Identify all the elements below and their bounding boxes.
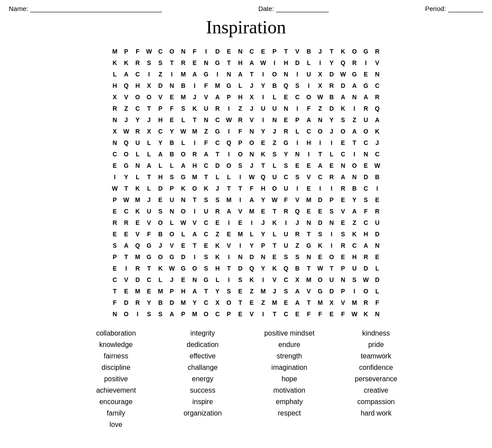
grid-cell: L	[326, 148, 338, 160]
grid-cell: S	[338, 228, 349, 240]
word-list-item: integrity	[162, 329, 244, 338]
grid-cell: A	[166, 308, 178, 320]
grid-cell: F	[132, 46, 144, 57]
grid-cell: A	[212, 91, 223, 103]
grid-cell: I	[303, 148, 315, 160]
grid-cell: S	[292, 80, 303, 91]
grid-cell: V	[338, 206, 349, 217]
grid-cell: G	[201, 274, 212, 285]
grid-cell: Q	[121, 137, 132, 148]
word-list-item: love	[75, 420, 158, 430]
grid-cell: F	[246, 183, 258, 194]
grid-cell: F	[280, 194, 292, 206]
grid-cell: S	[280, 285, 292, 297]
grid-cell: L	[269, 160, 280, 171]
grid-cell: P	[109, 194, 121, 206]
grid-cell: Y	[258, 126, 269, 137]
grid-cell: S	[360, 194, 372, 206]
grid-cell: C	[144, 274, 155, 285]
grid-cell: A	[121, 69, 132, 80]
grid-cell: T	[303, 263, 315, 274]
grid-cell: O	[189, 183, 201, 194]
grid-cell: J	[212, 183, 223, 194]
grid-cell: I	[212, 69, 223, 80]
grid-cell: N	[189, 274, 201, 285]
grid-cell: C	[155, 126, 166, 137]
grid-cell: A	[223, 206, 235, 217]
grid-cell: I	[235, 194, 246, 206]
grid-cell: U	[201, 206, 212, 217]
word-list: collaborationintegritypositive mindsetki…	[75, 329, 417, 430]
grid-cell: C	[201, 217, 212, 228]
grid-cell: B	[326, 91, 338, 103]
grid-cell: R	[132, 297, 144, 308]
grid-cell: E	[189, 57, 201, 69]
grid-cell: Z	[258, 297, 269, 308]
word-list-item: knowledge	[75, 340, 158, 350]
grid-cell: D	[372, 228, 383, 240]
grid-cell: P	[223, 91, 235, 103]
grid-cell: E	[155, 194, 166, 206]
grid-cell: V	[235, 206, 246, 217]
grid-cell: S	[178, 103, 189, 114]
grid-cell: E	[235, 217, 246, 228]
grid-cell: T	[223, 183, 235, 194]
grid-cell: O	[360, 126, 372, 137]
grid-cell: H	[109, 80, 121, 91]
grid-cell: J	[246, 103, 258, 114]
grid-cell: T	[189, 194, 201, 206]
grid-cell: L	[178, 137, 189, 148]
grid-cell: I	[349, 103, 360, 114]
grid-cell: H	[189, 160, 201, 171]
grid-cell: N	[166, 80, 178, 91]
word-list-item: energy	[162, 374, 244, 384]
grid-cell: G	[166, 251, 178, 263]
grid-cell: W	[178, 217, 189, 228]
grid-cell: J	[189, 91, 201, 103]
grid-cell: I	[258, 114, 269, 126]
grid-cell: K	[269, 263, 280, 274]
grid-cell: R	[360, 103, 372, 114]
grid-cell: L	[144, 137, 155, 148]
grid-cell: Y	[212, 285, 223, 297]
grid-cell: J	[315, 46, 326, 57]
grid-cell: R	[178, 57, 189, 69]
grid-cell: W	[349, 308, 360, 320]
page-title: Inspiration	[9, 17, 483, 38]
name-field: Name:	[9, 4, 162, 12]
grid-cell: H	[235, 91, 246, 103]
grid-cell: G	[121, 160, 132, 171]
grid-cell: T	[235, 183, 246, 194]
grid-cell: I	[223, 274, 235, 285]
grid-cell: U	[280, 183, 292, 194]
grid-cell: J	[155, 240, 166, 251]
grid-cell: U	[132, 137, 144, 148]
grid-cell: S	[155, 57, 166, 69]
grid-cell: N	[292, 148, 303, 160]
grid-cell: E	[303, 160, 315, 171]
grid-cell: P	[166, 285, 178, 297]
grid-cell: W	[166, 263, 178, 274]
grid-cell: I	[292, 137, 303, 148]
grid-cell: L	[292, 126, 303, 137]
word-list-item: kindness	[335, 329, 417, 338]
grid-cell: R	[360, 297, 372, 308]
grid-cell: T	[269, 206, 280, 217]
grid-cell: F	[372, 297, 383, 308]
grid-cell: E	[166, 91, 178, 103]
grid-cell: N	[109, 308, 121, 320]
grid-cell: S	[166, 171, 178, 183]
grid-cell: W	[144, 46, 155, 57]
grid-cell: E	[223, 228, 235, 240]
grid-cell: E	[121, 228, 132, 240]
grid-cell: V	[372, 57, 383, 69]
grid-cell: M	[132, 194, 144, 206]
grid-cell: R	[338, 240, 349, 251]
grid-cell: O	[189, 263, 201, 274]
grid-cell: I	[189, 80, 201, 91]
grid-cell: R	[212, 103, 223, 114]
grid-cell: E	[338, 217, 349, 228]
grid-cell: Y	[166, 126, 178, 137]
grid-cell: L	[166, 217, 178, 228]
grid-cell: T	[189, 114, 201, 126]
